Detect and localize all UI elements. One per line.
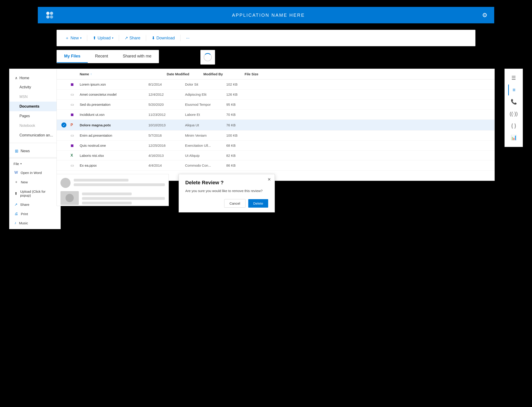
file-name: Ex ea.ppsx	[80, 164, 148, 167]
dialog-title: Delete Review ?	[185, 180, 268, 186]
file-name: Lorem ipsum.xsn	[80, 82, 148, 86]
context-menu-share[interactable]: ↗ Share	[9, 200, 60, 209]
col-date-header[interactable]: Date Modified	[167, 72, 203, 76]
sidebar-item-activity[interactable]: Activity	[9, 82, 60, 92]
tab-recent[interactable]: Recent	[88, 50, 115, 63]
sidebar-item-label: MSN	[19, 95, 28, 99]
preview-area	[56, 174, 169, 206]
file-size: 100 KB	[226, 133, 249, 137]
check-icon: ✓	[61, 123, 66, 127]
file-type-icon: ◼	[71, 112, 80, 117]
table-row[interactable]: ▭ Ex ea.ppsx 4/4/2014 Commodo Con... 86 …	[57, 160, 494, 171]
file-modified-by: Aliqua Ut	[185, 123, 226, 127]
chart-icon[interactable]: 📊	[508, 132, 519, 143]
cancel-button[interactable]: Cancel	[224, 199, 246, 208]
file-type-icon: ◼	[71, 82, 80, 86]
menu-item-label: Music	[19, 221, 28, 225]
sidebar-item-communication[interactable]: Communication an...	[9, 131, 60, 140]
file-size: 76 KB	[226, 123, 249, 127]
share-icon: ↗	[15, 202, 17, 207]
share-label: Share	[129, 36, 140, 40]
dialog-close-button[interactable]: ✕	[268, 177, 271, 182]
file-date: 5/20/2020	[148, 102, 185, 106]
col-modby-header[interactable]: Modified By	[203, 72, 245, 76]
file-modified-by: Eiusmod Tempor	[185, 102, 226, 106]
tab-shared-with-me[interactable]: Shared with me	[115, 50, 159, 63]
table-row[interactable]: ✓ P Dolore magna.potx 10/10/2013 Aliqua …	[57, 120, 494, 131]
skeleton-line	[82, 197, 165, 200]
table-row[interactable]: X Laboris nisi.xlsx 4/16/2013 Ut Aliquip…	[57, 151, 494, 160]
separator-3	[146, 35, 146, 41]
dialog-buttons: Cancel Delete	[185, 199, 268, 208]
table-row[interactable]: ▭ Amet consectetur.model 12/4/2012 Adipi…	[57, 89, 494, 100]
file-date: 5/7/2016	[148, 133, 185, 137]
table-row[interactable]: ◼ Quis nostrud.one 12/25/2016 Exercitati…	[57, 141, 494, 151]
context-menu-header-label: File	[14, 162, 19, 166]
file-list: Name ↑ Date Modified Modified By File Si…	[56, 69, 495, 181]
preview-lines2	[82, 191, 165, 205]
file-date: 4/16/2013	[148, 154, 185, 157]
file-type-icon: X	[71, 153, 80, 157]
table-row[interactable]: ◼ Incididunt ut.xsn 11/23/2012 Labore Et…	[57, 110, 494, 120]
col-size-header[interactable]: File Size	[245, 72, 268, 76]
file-type-icon: P	[71, 123, 80, 127]
wifi-icon[interactable]: ((·))	[508, 108, 519, 119]
share-button[interactable]: ↗ Share	[122, 34, 143, 42]
list-view-icon[interactable]: ≡	[508, 85, 519, 95]
context-menu-print[interactable]: 🖨 Print	[9, 209, 60, 218]
right-sidebar: ☰ ≡ 📞 ((·)) { } 📊	[505, 69, 523, 147]
sidebar-item-msn[interactable]: MSN	[9, 92, 60, 102]
menu-item-label: Print	[21, 212, 28, 216]
context-menu-music[interactable]: ♪ Music	[9, 218, 60, 227]
menu-item-label: New	[21, 180, 28, 184]
file-date: 8/1/2014	[148, 82, 185, 86]
sidebar-item-news[interactable]: ⊞ News	[9, 146, 60, 156]
upload-button[interactable]: ⬆ Upload ▾	[90, 34, 116, 42]
app-title: APPLICATION NAME HERE	[232, 13, 305, 18]
home-label: Home	[19, 76, 29, 80]
sidebar-home[interactable]: ∧ Home	[9, 73, 60, 82]
skeleton-line	[74, 179, 128, 181]
preview-skeleton-bottom	[60, 191, 165, 205]
app-logo[interactable]	[45, 10, 55, 20]
word-icon: W	[15, 171, 18, 175]
upload-icon: ⬆	[93, 35, 96, 40]
separator-2	[119, 35, 119, 41]
sidebar-item-documents[interactable]: Documents	[9, 102, 60, 111]
file-type-icon: ▭	[71, 133, 80, 138]
chevron-up-icon: ∧	[15, 76, 18, 80]
svg-point-0	[46, 12, 49, 15]
hamburger-icon[interactable]: ☰	[508, 73, 519, 84]
new-button[interactable]: ＋ New ▾	[62, 33, 84, 43]
code-braces-icon[interactable]: { }	[508, 120, 519, 131]
sidebar-divider	[9, 143, 60, 143]
sidebar-item-label: Activity	[19, 85, 31, 89]
sidebar-item-notebook[interactable]: Notebook	[9, 121, 60, 131]
phone-icon[interactable]: 📞	[508, 96, 519, 107]
more-button[interactable]: ···	[183, 34, 192, 42]
spinner-circle	[204, 53, 212, 61]
file-name: Amet consectetur.model	[80, 93, 148, 96]
col-name-header[interactable]: Name ↑	[80, 72, 167, 76]
context-menu-header[interactable]: File ▾	[9, 160, 60, 168]
context-menu-open-word[interactable]: W Open in Word	[9, 168, 60, 177]
tab-my-files[interactable]: My Files	[57, 50, 88, 63]
file-date: 10/10/2013	[148, 123, 185, 127]
skeleton-line	[74, 183, 165, 186]
file-name: Dolore magna.potx	[80, 123, 148, 127]
file-size: 82 KB	[226, 154, 249, 157]
separator-4	[180, 35, 181, 41]
table-row[interactable]: ▭ Enim ad.presentation 5/7/2016 Minim Ve…	[57, 131, 494, 141]
tabs-row: My Files Recent Shared with me	[56, 50, 159, 63]
svg-point-1	[50, 12, 53, 15]
download-button[interactable]: ⬇ Download	[149, 34, 177, 42]
table-row[interactable]: ▭ Sed do.presentation 5/20/2020 Eiusmod …	[57, 100, 494, 110]
context-menu-new[interactable]: ＋ New	[9, 177, 60, 187]
context-menu-upload[interactable]: ⬆ Upload (Click for popup)	[9, 187, 60, 200]
table-row[interactable]: ◼ Lorem ipsum.xsn 8/1/2014 Dolor Sit 102…	[57, 79, 494, 89]
sidebar-item-pages[interactable]: Pages	[9, 111, 60, 121]
delete-button[interactable]: Delete	[248, 199, 268, 208]
new-chevron-icon: ▾	[80, 36, 81, 39]
settings-icon[interactable]: ⚙	[482, 12, 487, 19]
file-size: 95 KB	[226, 102, 249, 106]
